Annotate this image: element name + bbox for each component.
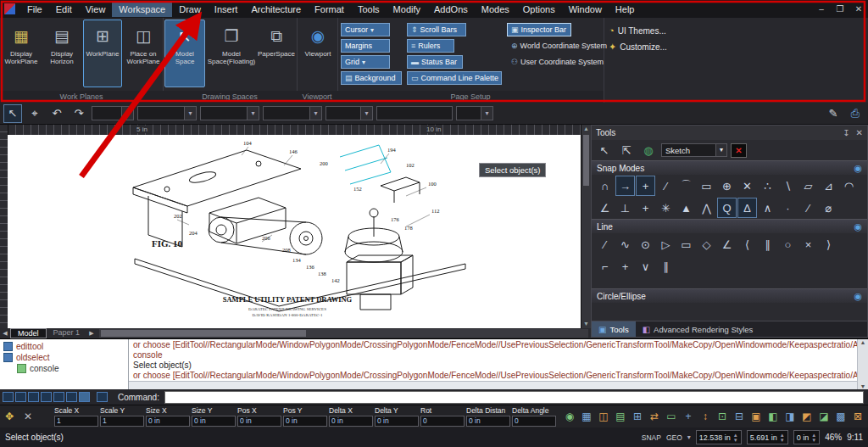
- line-tool-icon[interactable]: ⊙: [636, 234, 655, 254]
- snap-mode-icon[interactable]: ✳: [656, 198, 676, 218]
- scroll-up-icon[interactable]: ▲: [581, 125, 591, 133]
- snap-mode-icon[interactable]: ⊕: [717, 176, 737, 196]
- toggle-grid[interactable]: Grid ▾: [341, 55, 390, 69]
- pos-y-input[interactable]: 0 in: [283, 416, 327, 427]
- tab-paper-1[interactable]: Paper 1: [47, 328, 87, 338]
- delta-x-input[interactable]: 0 in: [329, 416, 373, 427]
- console-horizontal-scrollbar[interactable]: [129, 381, 857, 389]
- menu-addons[interactable]: AddOns: [427, 2, 475, 17]
- property-combo-2[interactable]: ▾: [137, 106, 197, 120]
- snap-mode-icon[interactable]: ✕: [737, 176, 757, 196]
- toggle-world-coordinate-system[interactable]: ⊕ World Coordinate System: [507, 39, 602, 53]
- style-combo[interactable]: Sketch ▾: [661, 143, 727, 157]
- tab-scroll-right-icon[interactable]: ▶: [86, 330, 97, 337]
- minimize-button[interactable]: –: [812, 4, 831, 14]
- scroll-up-icon[interactable]: ▲: [858, 339, 868, 345]
- line-tool-icon[interactable]: ∥: [656, 256, 676, 277]
- snap-mode-icon[interactable]: ⊥: [615, 198, 635, 218]
- inspector-tool-icon[interactable]: ◫: [595, 408, 612, 425]
- pen-style-icon[interactable]: ✎: [824, 104, 843, 123]
- inspector-tool-icon[interactable]: ◨: [782, 408, 798, 425]
- canvas-vertical-scrollbar[interactable]: ▲ ▼: [581, 125, 591, 328]
- inspector-tool-icon[interactable]: ⊡: [714, 408, 731, 425]
- ribbon-button-workplane[interactable]: ⊞ WorkPlane: [83, 20, 122, 87]
- node-select-icon[interactable]: ⇱: [617, 141, 636, 159]
- snap-mode-icon[interactable]: ▲: [676, 198, 696, 218]
- inspector-tool-icon[interactable]: ▣: [748, 408, 765, 425]
- snap-mode-icon[interactable]: →: [615, 176, 635, 196]
- ribbon-button-model-space[interactable]: ↖ Model Space: [164, 20, 205, 87]
- menu-help[interactable]: Help: [609, 2, 642, 17]
- inspector-tool-icon[interactable]: ▤: [612, 408, 629, 425]
- line-tool-icon[interactable]: ◇: [697, 234, 716, 254]
- palette-tab[interactable]: [53, 392, 64, 402]
- menu-file[interactable]: File: [20, 2, 49, 17]
- clear-icon[interactable]: ✕: [24, 411, 32, 422]
- ribbon-button-display-horizon[interactable]: ▤ Display Horizon: [42, 20, 81, 87]
- line-tool-icon[interactable]: ×: [798, 234, 818, 254]
- console-vertical-scrollbar[interactable]: ▲ ▼: [857, 339, 868, 389]
- delta-y-input[interactable]: 0 in: [375, 416, 419, 427]
- inspector-tool-icon[interactable]: ⇄: [646, 408, 663, 425]
- toggle-inspector-bar[interactable]: ▣ Inspector Bar: [507, 23, 571, 36]
- menu-draw[interactable]: Draw: [172, 2, 208, 17]
- scrollbar-thumb[interactable]: [583, 135, 589, 186]
- render-style-icon[interactable]: ✕: [731, 143, 747, 158]
- property-input[interactable]: [376, 106, 453, 120]
- transform-icon[interactable]: ✥: [5, 411, 14, 422]
- close-button[interactable]: ✕: [849, 4, 868, 14]
- menu-insert[interactable]: Insert: [208, 2, 245, 17]
- toggle-rulers[interactable]: ≡ Rulers: [407, 39, 454, 53]
- section-collapse-icon[interactable]: ◉: [854, 292, 862, 301]
- pin-icon[interactable]: ↧: [843, 128, 849, 137]
- menu-window[interactable]: Window: [562, 2, 609, 17]
- ribbon-button-place-on-workplane[interactable]: ◫ Place on WorkPlane: [124, 20, 163, 87]
- line-tool-icon[interactable]: ⌐: [595, 256, 615, 277]
- command-input[interactable]: [164, 391, 864, 404]
- snap-mode-icon[interactable]: ∕: [798, 198, 818, 218]
- line-tool-icon[interactable]: ∿: [615, 234, 635, 254]
- inspector-tool-icon[interactable]: ⊞: [629, 408, 646, 425]
- property-combo-5[interactable]: ▾: [326, 106, 373, 120]
- ribbon-button-display-workplane[interactable]: ▦ Display WorkPlane: [2, 20, 41, 87]
- ribbon-button-viewport[interactable]: ◉ Viewport: [298, 20, 337, 87]
- snap-mode-icon[interactable]: ∠: [595, 198, 615, 218]
- inspector-tool-icon[interactable]: ▦: [578, 408, 595, 425]
- coordinate-x-field[interactable]: 12.538 in ▲▼: [696, 430, 742, 444]
- menu-tools[interactable]: Tools: [351, 2, 387, 17]
- snap-mode-icon[interactable]: ∩: [595, 176, 615, 196]
- inspector-tool-icon[interactable]: ⊠: [849, 408, 866, 425]
- scale-x-input[interactable]: 1: [54, 416, 98, 427]
- palette-tab[interactable]: [79, 392, 90, 402]
- print-preview-icon[interactable]: ⎙: [846, 104, 865, 123]
- tree-item-oldselect[interactable]: oldselect: [0, 352, 128, 363]
- property-combo-6[interactable]: ▾: [456, 106, 493, 120]
- geo-toggle[interactable]: GEO: [666, 433, 682, 442]
- tab-tools[interactable]: ▣ Tools: [592, 321, 636, 337]
- snap-mode-icon[interactable]: ⌒: [676, 176, 696, 196]
- delta-angle-input[interactable]: 0: [512, 416, 556, 427]
- size-y-input[interactable]: 0 in: [192, 416, 236, 427]
- palette-tab[interactable]: [3, 392, 14, 402]
- menu-architecture[interactable]: Architecture: [244, 2, 308, 17]
- toggle-command-line-palette[interactable]: ▭ Command Line Palette: [407, 71, 502, 85]
- coordinate-z-field[interactable]: 0 in ▲▼: [793, 430, 820, 444]
- customize-button[interactable]: ✦ Customize...: [609, 42, 667, 53]
- inspector-tool-icon[interactable]: ◩: [798, 408, 815, 425]
- tab-model[interactable]: Model: [10, 328, 47, 338]
- select-tool-icon[interactable]: ↖: [3, 104, 22, 123]
- inspector-tool-icon[interactable]: ⊟: [731, 408, 748, 425]
- property-combo-3[interactable]: ▾: [200, 106, 259, 120]
- chevron-down-icon[interactable]: ▾: [687, 433, 691, 441]
- toggle-status-bar[interactable]: ▬ Status Bar: [407, 55, 463, 69]
- menu-modes[interactable]: Modes: [475, 2, 516, 17]
- palette-tab[interactable]: [97, 392, 108, 402]
- line-tool-icon[interactable]: ▷: [656, 234, 676, 254]
- inspector-tool-icon[interactable]: ↕: [697, 408, 714, 425]
- palette-tab[interactable]: [28, 392, 39, 402]
- palette-tab[interactable]: [66, 392, 77, 402]
- menu-modify[interactable]: Modify: [387, 2, 427, 17]
- toggle-cursor[interactable]: Cursor ▾: [341, 23, 390, 36]
- toggle-user-coordinate-system[interactable]: ⚇ User Coordinate System: [507, 55, 602, 69]
- globe-icon[interactable]: ◍: [639, 141, 658, 159]
